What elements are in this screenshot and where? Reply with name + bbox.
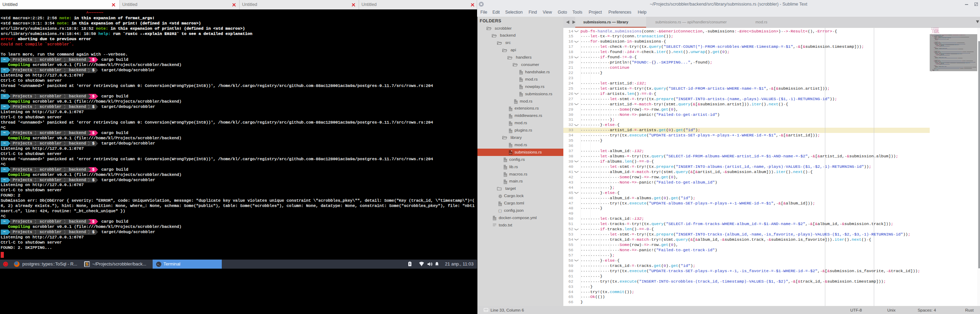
svg-text:<>: <> — [509, 123, 512, 125]
svg-text:<>: <> — [520, 94, 522, 97]
svg-text:<>: <> — [504, 181, 507, 184]
svg-text:<>: <> — [509, 130, 512, 133]
svg-text:<>: <> — [504, 167, 507, 170]
svg-text:<>: <> — [493, 218, 496, 220]
svg-text:<>: <> — [499, 203, 501, 206]
svg-text:<>: <> — [509, 152, 512, 155]
svg-text:<>: <> — [520, 79, 522, 82]
svg-text:<>: <> — [514, 101, 517, 104]
svg-text:<>: <> — [520, 87, 522, 89]
svg-text:<>: <> — [509, 116, 512, 118]
svg-text:<>: <> — [504, 160, 507, 162]
svg-text:<>: <> — [509, 108, 512, 111]
svg-text:<>: <> — [509, 145, 512, 147]
svg-text:<>: <> — [504, 174, 507, 176]
svg-text:<>: <> — [520, 72, 522, 75]
